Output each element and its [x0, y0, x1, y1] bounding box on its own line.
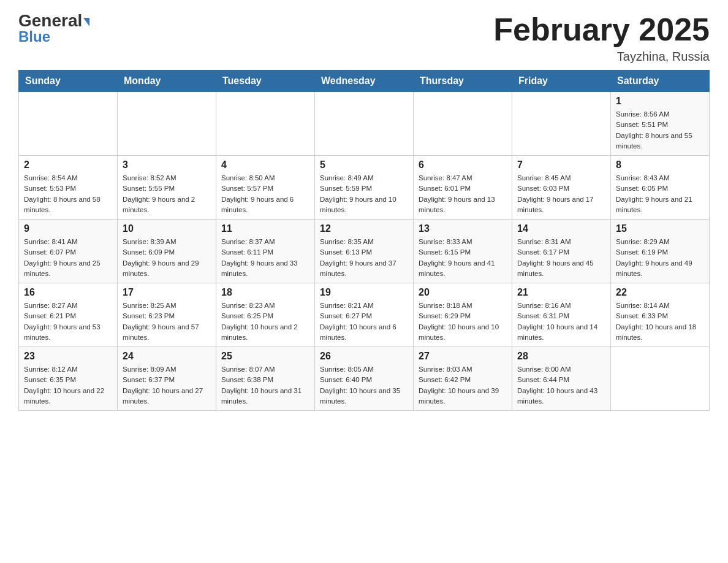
logo-blue-text: Blue [18, 28, 50, 45]
calendar-cell: 10Sunrise: 8:39 AMSunset: 6:09 PMDayligh… [118, 220, 216, 283]
day-number: 8 [616, 159, 704, 170]
calendar-cell: 26Sunrise: 8:05 AMSunset: 6:40 PMDayligh… [315, 347, 414, 411]
calendar-cell [216, 92, 315, 156]
day-info: Sunrise: 8:31 AMSunset: 6:17 PMDaylight:… [517, 237, 605, 279]
col-monday: Monday [118, 71, 216, 92]
day-number: 6 [419, 159, 507, 170]
day-number: 16 [24, 287, 112, 298]
calendar-cell: 13Sunrise: 8:33 AMSunset: 6:15 PMDayligh… [414, 220, 512, 283]
day-info: Sunrise: 8:33 AMSunset: 6:15 PMDaylight:… [419, 237, 507, 279]
day-number: 2 [24, 159, 112, 170]
day-info: Sunrise: 8:16 AMSunset: 6:31 PMDaylight:… [517, 301, 605, 343]
calendar-cell: 3Sunrise: 8:52 AMSunset: 5:55 PMDaylight… [118, 156, 216, 220]
calendar-week-row: 23Sunrise: 8:12 AMSunset: 6:35 PMDayligh… [19, 347, 710, 411]
day-info: Sunrise: 8:09 AMSunset: 6:37 PMDaylight:… [123, 364, 211, 407]
col-wednesday: Wednesday [315, 71, 414, 92]
day-number: 9 [24, 223, 112, 234]
calendar-cell: 15Sunrise: 8:29 AMSunset: 6:19 PMDayligh… [611, 220, 710, 283]
day-number: 28 [517, 351, 605, 362]
logo-arrow-icon [83, 18, 89, 26]
col-saturday: Saturday [611, 71, 710, 92]
calendar-cell [512, 92, 611, 156]
calendar-cell [414, 92, 512, 156]
day-number: 19 [320, 287, 408, 298]
calendar-cell [118, 92, 216, 156]
calendar-cell: 27Sunrise: 8:03 AMSunset: 6:42 PMDayligh… [414, 347, 512, 411]
calendar-cell: 7Sunrise: 8:45 AMSunset: 6:03 PMDaylight… [512, 156, 611, 220]
day-number: 11 [221, 223, 309, 234]
day-number: 21 [517, 287, 605, 298]
day-number: 10 [123, 223, 211, 234]
calendar-cell: 16Sunrise: 8:27 AMSunset: 6:21 PMDayligh… [19, 283, 118, 347]
day-info: Sunrise: 8:56 AMSunset: 5:51 PMDaylight:… [616, 109, 704, 151]
calendar-cell: 11Sunrise: 8:37 AMSunset: 6:11 PMDayligh… [216, 220, 315, 283]
day-info: Sunrise: 8:23 AMSunset: 6:25 PMDaylight:… [221, 301, 309, 343]
calendar-cell: 18Sunrise: 8:23 AMSunset: 6:25 PMDayligh… [216, 283, 315, 347]
calendar-cell: 5Sunrise: 8:49 AMSunset: 5:59 PMDaylight… [315, 156, 414, 220]
day-number: 3 [123, 159, 211, 170]
calendar-cell: 19Sunrise: 8:21 AMSunset: 6:27 PMDayligh… [315, 283, 414, 347]
day-info: Sunrise: 8:35 AMSunset: 6:13 PMDaylight:… [320, 237, 408, 279]
day-number: 26 [320, 351, 408, 362]
calendar-cell: 24Sunrise: 8:09 AMSunset: 6:37 PMDayligh… [118, 347, 216, 411]
day-number: 20 [419, 287, 507, 298]
day-info: Sunrise: 8:50 AMSunset: 5:57 PMDaylight:… [221, 173, 309, 215]
day-info: Sunrise: 8:41 AMSunset: 6:07 PMDaylight:… [24, 237, 112, 279]
day-info: Sunrise: 8:29 AMSunset: 6:19 PMDaylight:… [616, 237, 704, 279]
day-number: 22 [616, 287, 704, 298]
day-info: Sunrise: 8:27 AMSunset: 6:21 PMDaylight:… [24, 301, 112, 343]
calendar-week-row: 2Sunrise: 8:54 AMSunset: 5:53 PMDaylight… [19, 156, 710, 220]
col-thursday: Thursday [414, 71, 512, 92]
day-info: Sunrise: 8:12 AMSunset: 6:35 PMDaylight:… [24, 364, 112, 407]
calendar-cell: 20Sunrise: 8:18 AMSunset: 6:29 PMDayligh… [414, 283, 512, 347]
calendar-cell [611, 347, 710, 411]
calendar-header-row: Sunday Monday Tuesday Wednesday Thursday… [19, 71, 710, 92]
day-number: 18 [221, 287, 309, 298]
day-info: Sunrise: 8:39 AMSunset: 6:09 PMDaylight:… [123, 237, 211, 279]
calendar-cell: 28Sunrise: 8:00 AMSunset: 6:44 PMDayligh… [512, 347, 611, 411]
calendar-cell: 21Sunrise: 8:16 AMSunset: 6:31 PMDayligh… [512, 283, 611, 347]
calendar-week-row: 9Sunrise: 8:41 AMSunset: 6:07 PMDaylight… [19, 220, 710, 283]
col-tuesday: Tuesday [216, 71, 315, 92]
day-info: Sunrise: 8:45 AMSunset: 6:03 PMDaylight:… [517, 173, 605, 215]
calendar-cell: 4Sunrise: 8:50 AMSunset: 5:57 PMDaylight… [216, 156, 315, 220]
day-info: Sunrise: 8:37 AMSunset: 6:11 PMDaylight:… [221, 237, 309, 279]
day-info: Sunrise: 8:54 AMSunset: 5:53 PMDaylight:… [24, 173, 112, 215]
day-info: Sunrise: 8:49 AMSunset: 5:59 PMDaylight:… [320, 173, 408, 215]
calendar-cell: 8Sunrise: 8:43 AMSunset: 6:05 PMDaylight… [611, 156, 710, 220]
day-info: Sunrise: 8:00 AMSunset: 6:44 PMDaylight:… [517, 364, 605, 407]
calendar-cell: 22Sunrise: 8:14 AMSunset: 6:33 PMDayligh… [611, 283, 710, 347]
logo: General Blue [18, 12, 89, 45]
day-info: Sunrise: 8:47 AMSunset: 6:01 PMDaylight:… [419, 173, 507, 215]
location-subtitle: Tayzhina, Russia [493, 50, 710, 64]
day-number: 25 [221, 351, 309, 362]
calendar-cell: 14Sunrise: 8:31 AMSunset: 6:17 PMDayligh… [512, 220, 611, 283]
day-info: Sunrise: 8:25 AMSunset: 6:23 PMDaylight:… [123, 301, 211, 343]
day-number: 14 [517, 223, 605, 234]
day-number: 4 [221, 159, 309, 170]
col-friday: Friday [512, 71, 611, 92]
day-number: 27 [419, 351, 507, 362]
day-number: 23 [24, 351, 112, 362]
day-info: Sunrise: 8:43 AMSunset: 6:05 PMDaylight:… [616, 173, 704, 215]
month-title: February 2025 [493, 12, 710, 47]
day-info: Sunrise: 8:07 AMSunset: 6:38 PMDaylight:… [221, 364, 309, 407]
day-info: Sunrise: 8:14 AMSunset: 6:33 PMDaylight:… [616, 301, 704, 343]
day-number: 13 [419, 223, 507, 234]
day-number: 5 [320, 159, 408, 170]
day-number: 17 [123, 287, 211, 298]
logo-general-text: General [18, 12, 89, 29]
day-info: Sunrise: 8:05 AMSunset: 6:40 PMDaylight:… [320, 364, 408, 407]
col-sunday: Sunday [19, 71, 118, 92]
day-number: 12 [320, 223, 408, 234]
day-number: 24 [123, 351, 211, 362]
calendar-week-row: 16Sunrise: 8:27 AMSunset: 6:21 PMDayligh… [19, 283, 710, 347]
calendar-cell: 9Sunrise: 8:41 AMSunset: 6:07 PMDaylight… [19, 220, 118, 283]
day-info: Sunrise: 8:18 AMSunset: 6:29 PMDaylight:… [419, 301, 507, 343]
calendar-cell: 12Sunrise: 8:35 AMSunset: 6:13 PMDayligh… [315, 220, 414, 283]
calendar-cell [315, 92, 414, 156]
calendar-cell: 6Sunrise: 8:47 AMSunset: 6:01 PMDaylight… [414, 156, 512, 220]
calendar-cell: 25Sunrise: 8:07 AMSunset: 6:38 PMDayligh… [216, 347, 315, 411]
title-section: February 2025 Tayzhina, Russia [493, 12, 710, 64]
calendar-cell: 23Sunrise: 8:12 AMSunset: 6:35 PMDayligh… [19, 347, 118, 411]
